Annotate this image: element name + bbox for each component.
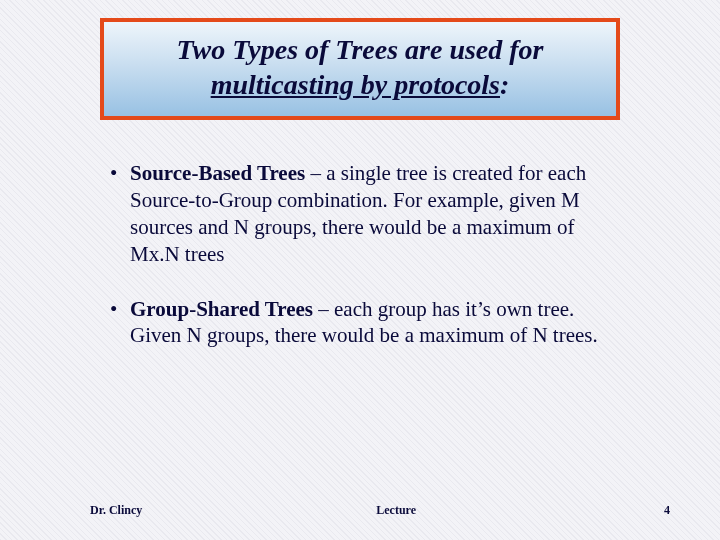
list-item: Source-Based Trees – a single tree is cr… [110, 160, 620, 268]
title-box: Two Types of Trees are used for multicas… [100, 18, 620, 120]
bullet-lead: Source-Based Trees [130, 161, 305, 185]
slide-title: Two Types of Trees are used for multicas… [122, 32, 598, 102]
footer: Dr. Clincy Lecture 4 [0, 503, 720, 518]
footer-center: Lecture [142, 503, 650, 518]
bullet-lead: Group-Shared Trees [130, 297, 313, 321]
list-item: Group-Shared Trees – each group has it’s… [110, 296, 620, 350]
title-line1: Two Types of Trees are used for [176, 34, 543, 65]
title-colon: : [500, 69, 509, 100]
slide: Two Types of Trees are used for multicas… [0, 0, 720, 540]
footer-author: Dr. Clincy [90, 503, 142, 518]
content-area: Source-Based Trees – a single tree is cr… [50, 160, 670, 349]
title-line2: multicasting by protocols [211, 69, 500, 100]
footer-page-number: 4 [650, 503, 670, 518]
